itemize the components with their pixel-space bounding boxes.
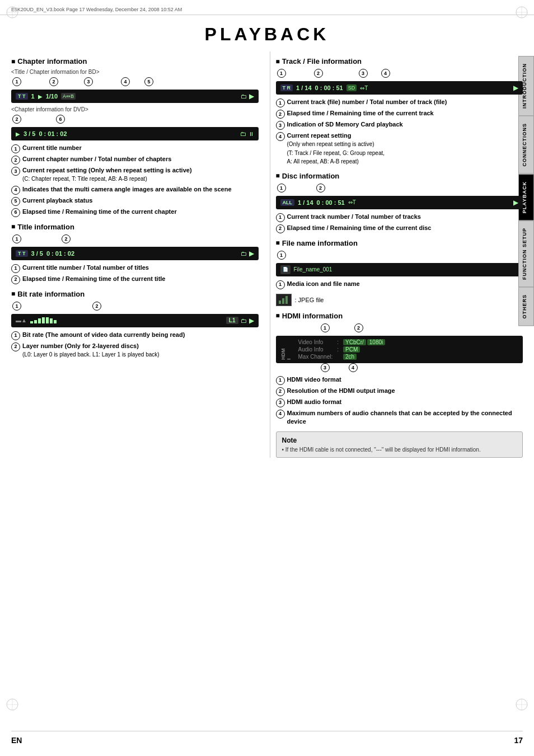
folder-icon4: 🗀 bbox=[241, 317, 247, 324]
bitrate-info-header: Bit rate information bbox=[11, 290, 259, 298]
tr-num-4: 4 bbox=[381, 69, 390, 78]
title-item-1: 1 Current title number / Total number of… bbox=[11, 264, 259, 273]
chapter-item-2: 2 Current chapter number / Total number … bbox=[11, 155, 259, 165]
hdmi-item-1: 1 HDMI video format bbox=[276, 375, 523, 385]
chapter-item-1: 1 Current title number bbox=[11, 144, 259, 153]
bitrate-info-section: Bit rate information 1 2 ▬▲ bbox=[11, 290, 259, 359]
disc-panel: ALL 1 / 14 0 : 00 : 51 ⇔T ▶ bbox=[276, 196, 523, 209]
title-info-list: 1 Current title number / Total number of… bbox=[11, 264, 259, 284]
dvd-num-row: 2 6 bbox=[11, 115, 259, 125]
corner-mark-bl bbox=[6, 698, 19, 711]
audio-val-row: PCM bbox=[343, 346, 385, 353]
hdmi-num-row: 1 2 bbox=[276, 323, 523, 334]
title-panel: T T 3 / 5 0 : 01 : 02 🗀 ▶ bbox=[11, 247, 259, 260]
tr-right: ▶ bbox=[513, 84, 518, 92]
num-2: 2 bbox=[49, 77, 58, 86]
hdmi-num-1: 1 bbox=[321, 323, 330, 332]
note-title: Note bbox=[282, 436, 517, 444]
dvd-panel: ▶ 3 / 5 0 : 01 : 02 🗀 ⏸ bbox=[11, 127, 259, 140]
disc-info-section: Disc information 1 2 ALL 1 / 14 0 : 00 :… bbox=[276, 172, 523, 233]
hdmi-num-3: 3 bbox=[321, 363, 330, 372]
max-val-row: 2ch bbox=[343, 354, 385, 360]
main-content: Chapter information <Title / Chapter inf… bbox=[0, 51, 534, 458]
hdmi-info-list: 1 HDMI video format 2 Resolution of the … bbox=[276, 375, 523, 426]
disc-num-1: 1 bbox=[277, 184, 286, 192]
bd-fraction: 1/10 bbox=[46, 93, 58, 100]
chapter-item-5: 5 Current playback status bbox=[11, 196, 259, 206]
bar-7 bbox=[54, 320, 57, 323]
bd-num: 1 bbox=[31, 93, 35, 100]
t-num-2: 2 bbox=[62, 234, 71, 243]
page-title: PLAYBACK bbox=[0, 15, 534, 51]
filename-text: File_name_001 bbox=[294, 266, 332, 273]
left-column: Chapter information <Title / Chapter inf… bbox=[11, 51, 264, 458]
bar-6 bbox=[50, 318, 53, 323]
folder-icon3: 🗀 bbox=[241, 250, 247, 257]
video-val-row: YCbCr/ 1080i bbox=[343, 339, 385, 345]
folder-icon2: 🗀 bbox=[240, 130, 246, 137]
svg-rect-14 bbox=[282, 298, 284, 304]
bitrate-item-2: 2 Layer number (Only for 2-layered discs… bbox=[11, 342, 259, 359]
chapter-item-6: 6 Elapsed time / Remaining time of the c… bbox=[11, 208, 259, 217]
disc-right: ▶ bbox=[513, 199, 518, 206]
hdmi-item-3: 3 HDMI audio format bbox=[276, 398, 523, 407]
chapter-item-4: 4 Indicates that the multi camera angle … bbox=[11, 185, 259, 195]
track-item-3: 3 Indication of SD Memory Card playback bbox=[276, 120, 523, 130]
header-text: E5K20UD_EN_V3.book Page 17 Wednesday, De… bbox=[11, 7, 182, 12]
bd-play-icon: ▶ bbox=[38, 93, 43, 100]
tr-fraction: 1 / 14 bbox=[296, 84, 312, 91]
filename-info-section: File name information 1 📄 File_name_001 … bbox=[276, 239, 523, 306]
title-time: 0 : 01 : 02 bbox=[46, 250, 74, 257]
num-1: 1 bbox=[12, 77, 21, 86]
track-num-row: 1 2 3 4 bbox=[276, 69, 523, 79]
hdmi-label: HDMI bbox=[280, 339, 292, 360]
tr-num-2: 2 bbox=[314, 69, 323, 78]
dvd-play-icon: ▶ bbox=[16, 131, 20, 137]
jpeg-label: : JPEG file bbox=[295, 297, 324, 303]
hdmi-item-2: 2 Resolution of the HDMI output image bbox=[276, 387, 523, 396]
corner-mark-tr bbox=[515, 6, 528, 19]
disc-fraction: 1 / 14 bbox=[298, 199, 313, 206]
title-tt: T T bbox=[16, 250, 28, 257]
num-3: 3 bbox=[84, 77, 93, 86]
title-num-row: 1 2 bbox=[11, 234, 259, 245]
footer-en: EN bbox=[11, 736, 22, 745]
hdmi-label-col: Video Info Audio Info Max Channel: bbox=[298, 339, 333, 360]
bd-right: 🗀 ▶ bbox=[241, 92, 254, 100]
tr-play: ▶ bbox=[513, 84, 518, 92]
sidebar-tab-others[interactable]: OTHERS bbox=[518, 287, 534, 326]
bitrate-label: ▬▲ bbox=[16, 317, 27, 323]
chapter-sub2: <Chapter information for DVD> bbox=[11, 106, 259, 112]
corner-mark-br bbox=[515, 698, 528, 711]
bar-3 bbox=[38, 318, 41, 323]
page-wrapper: INTRODUCTION CONNECTIONS PLAYBACK FUNCTI… bbox=[0, 0, 534, 756]
disc-info-list: 1 Current track number / Total number of… bbox=[276, 213, 523, 233]
tr-label: T R bbox=[280, 84, 293, 91]
pause-icon: ⏸ bbox=[249, 131, 254, 137]
hdmi-info-section: HDMI information 1 2 HDMI Video Info Aud… bbox=[276, 312, 523, 458]
play-icon3: ▶ bbox=[249, 317, 254, 325]
bd-panel: T T 1 ▶ 1/10 A⇔B 🗀 ▶ bbox=[11, 90, 259, 103]
disc-info-header: Disc information bbox=[276, 172, 523, 180]
hdmi-colon-col: : : bbox=[337, 339, 339, 360]
track-item-1: 1 Current track (file) number / Total nu… bbox=[276, 98, 523, 107]
chapter-item-3: 3 Current repeat setting (Only when repe… bbox=[11, 166, 259, 184]
hdmi-info-header: HDMI information bbox=[276, 312, 523, 320]
dvd-time: 0 : 01 : 02 bbox=[39, 130, 67, 137]
svg-rect-15 bbox=[285, 296, 288, 304]
track-info-header: Track / File information bbox=[276, 57, 523, 65]
num-2-dvd: 2 bbox=[12, 115, 21, 124]
sidebar-tab-connections[interactable]: CONNECTIONS bbox=[518, 116, 534, 174]
file-item-1: 1 Media icon and file name bbox=[276, 280, 523, 289]
bitrate-panel: ▬▲ L1 🗀 ▶ bbox=[11, 314, 259, 327]
header-area: E5K20UD_EN_V3.book Page 17 Wednesday, De… bbox=[0, 0, 534, 15]
track-info-list: 1 Current track (file) number / Total nu… bbox=[276, 98, 523, 166]
bd-ab: A⇔B bbox=[61, 93, 76, 100]
track-item-4: 4 Current repeat setting (Only when repe… bbox=[276, 132, 523, 166]
dvd-fraction: 3 / 5 bbox=[24, 130, 35, 137]
disc-num-2: 2 bbox=[316, 184, 325, 192]
hdmi-num-4: 4 bbox=[349, 363, 358, 372]
title-right: 🗀 ▶ bbox=[241, 250, 254, 257]
bd-num-row: 1 2 3 4 5 bbox=[11, 77, 259, 87]
bar-1 bbox=[30, 321, 33, 323]
